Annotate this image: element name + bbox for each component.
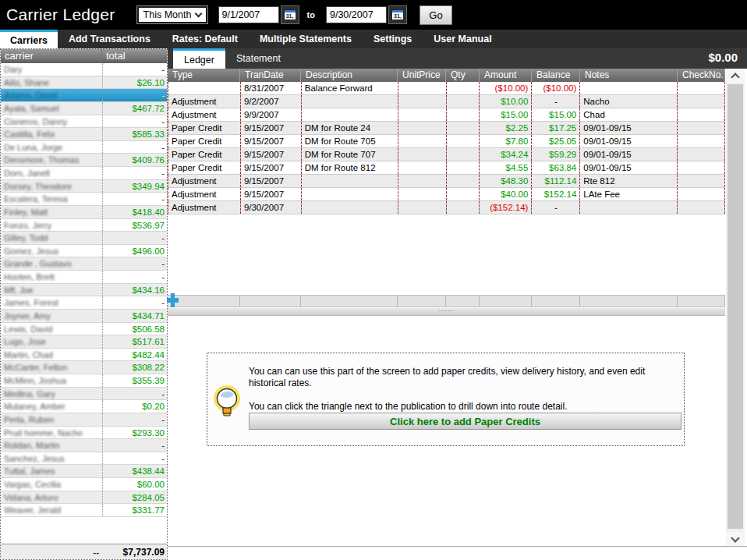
carrier-row[interactable]: Prud homme, Nacho$293.30 [1,427,167,440]
carrier-row[interactable]: Adams, David- [1,89,167,102]
carrier-name: Perla, Ruben [1,413,102,426]
ledger-row[interactable]: Paper Credit9/15/2007DM for Route 705$7.… [168,135,725,148]
carrier-row[interactable]: Grande , Gustavo- [1,257,167,271]
carrier-row[interactable]: Gilley, Todd- [1,232,167,245]
carrier-row[interactable]: Finley, Matt$418.40 [1,206,167,219]
carrier-row[interactable]: McMinn, Joshua$355.39 [1,374,167,388]
date-from-calendar-button[interactable]: 31, [281,5,299,24]
vertical-scrollbar[interactable] [726,69,745,546]
new-row-cell[interactable] [398,296,446,307]
carrier-row[interactable]: Castilla, Felix$585.33 [1,128,167,141]
ledger-row[interactable]: Paper Credit9/15/2007DM for Route 24$2.2… [168,122,725,135]
ledger-row[interactable]: 8/31/2007Balance Forward($10.00)($10.00) [168,82,725,95]
carrier-row[interactable]: Densmore, Thomas$409.76 [1,154,167,167]
carrier-row[interactable]: Iliff, Joe$434.16 [1,284,167,297]
menu-item-add-transactions[interactable]: Add Transactions [58,30,161,48]
column-header-qty[interactable]: Qty [446,69,480,82]
splitter-handle[interactable]: ····· [168,308,725,316]
carrier-row[interactable]: Fonzo, Jerry$536.97 [1,219,167,232]
ledger-row[interactable]: Adjustment9/15/2007$40.00$152.14LAte Fee [168,188,725,201]
date-from-input[interactable] [218,6,279,23]
carrier-row[interactable]: Ailis, Shane$26.10 [1,76,167,90]
column-header-checkno[interactable]: CheckNo. [678,69,725,82]
column-header-description[interactable]: Description [301,69,398,82]
ledger-cell-amount: $15.00 [480,108,532,121]
column-header-trandate[interactable]: TranDate [240,69,301,82]
column-header-notes[interactable]: Notes [580,69,678,82]
carrier-row[interactable]: Medina, Gary- [1,388,167,401]
new-row-cell[interactable] [678,296,725,307]
menu-item-carriers[interactable]: Carriers [0,30,58,48]
ledger-row[interactable]: Paper Credit9/15/2007DM for Route 707$34… [168,148,725,161]
carrier-total: $293.30 [102,427,167,439]
menu-item-user-manual[interactable]: User Manual [423,30,502,48]
new-row-cell[interactable] [580,296,678,307]
carrier-row[interactable]: Dary- [1,63,167,76]
ledger-row[interactable]: Paper Credit9/15/2007DM for Route 812$4.… [168,161,725,175]
column-header-balance[interactable]: Balance [532,69,580,82]
carrier-column-header[interactable]: carrier [1,49,102,63]
carrier-table-header: carrier total [1,49,167,63]
carrier-row[interactable]: Joyner, Amy$434.71 [1,310,167,323]
carrier-row[interactable]: Hooten, Brett- [1,271,167,284]
column-header-amount[interactable]: Amount [480,69,532,82]
tab-statement[interactable]: Statement [225,48,292,69]
carrier-total: - [102,141,167,154]
add-paper-credits-button[interactable]: Click here to add Paper Credits [249,413,682,430]
carrier-row[interactable]: Sanchez, Jesus- [1,452,167,466]
new-row-cell[interactable] [480,296,532,307]
carrier-row[interactable]: Mulaney, Amber$0.20 [1,400,167,413]
new-row-cell[interactable] [240,296,301,307]
new-row-cell[interactable] [301,296,398,307]
carrier-row[interactable]: Dorn, Janell- [1,167,167,180]
carrier-row[interactable]: Ayala, Samuel$467.72 [1,102,167,115]
ledger-row[interactable]: Adjustment9/2/2007$10.00-Nacho [168,95,725,108]
ledger-cell-amount: $40.00 [480,188,532,200]
carrier-row[interactable]: Weaver, Jerald$331.77 [1,504,167,517]
chevron-up-icon [731,73,739,81]
carrier-row[interactable]: Dorsey, Theodore$349.94 [1,180,167,193]
menu-item-rates-default[interactable]: Rates: Default [161,30,249,48]
menu-item-multiple-statements[interactable]: Multiple Statements [249,30,363,48]
total-column-header[interactable]: total [102,49,167,63]
scroll-up-button[interactable] [726,69,745,83]
new-row-cell[interactable] [532,296,580,307]
carrier-row[interactable]: Cisneros, Danny- [1,115,167,129]
carrier-row[interactable]: Vidana, Arturo$284.05 [1,491,167,505]
carrier-row[interactable]: James, Forest- [1,296,167,310]
carrier-row[interactable]: Lugo, Jose$517.61 [1,335,167,349]
carrier-row[interactable]: Roldan, Martin- [1,439,167,452]
carrier-row[interactable]: Lewis, David$506.58 [1,323,167,336]
date-to-calendar-button[interactable]: 31, [388,5,407,24]
scrollbar-thumb[interactable] [728,84,743,529]
carrier-row[interactable]: Gomez, Jesus$496.00 [1,245,167,258]
tab-ledger[interactable]: Ledger [173,48,225,69]
scroll-down-button[interactable] [726,532,745,546]
ledger-cell-unitprice [398,122,447,134]
carrier-row[interactable]: Tuttal, James$438.44 [1,465,167,478]
ledger-row[interactable]: Adjustment9/9/2007$15.00$15.00Chad [168,108,725,122]
add-row-plus-icon[interactable] [167,292,179,309]
go-button[interactable]: Go [420,5,452,25]
column-header-unitprice[interactable]: UnitPrice [398,69,446,82]
ledger-cell-qty [447,175,480,187]
date-to-input[interactable] [326,6,387,23]
menu-item-settings[interactable]: Settings [363,30,423,48]
carrier-row[interactable]: Martin, Chad$482.44 [1,349,167,362]
carrier-row[interactable]: McCarter, Felton$308.22 [1,361,167,374]
new-row-strip[interactable] [168,295,725,307]
chevron-down-icon [194,10,202,18]
ledger-cell-qty [447,122,480,134]
column-header-type[interactable]: Type [168,69,240,82]
ledger-row[interactable]: Adjustment9/15/2007$48.30$112.14Rte 812 [168,175,725,188]
carrier-row[interactable]: Vargas, Cecilia$60.00 [1,478,167,491]
carrier-row[interactable]: Perla, Ruben- [1,413,167,427]
carrier-row[interactable]: De Luna, Jorge- [1,141,167,154]
period-dropdown[interactable]: This Month [137,6,207,23]
ledger-row[interactable]: Adjustment9/30/2007($152.14)- [168,201,725,214]
ledger-cell-amount: $4.55 [480,161,532,174]
ledger-cell-trandate: 9/15/2007 [241,161,302,174]
new-row-cell[interactable] [446,296,480,307]
carrier-row[interactable]: Escalera, Teresa- [1,193,167,206]
carrier-name: Mulaney, Amber [1,400,102,413]
